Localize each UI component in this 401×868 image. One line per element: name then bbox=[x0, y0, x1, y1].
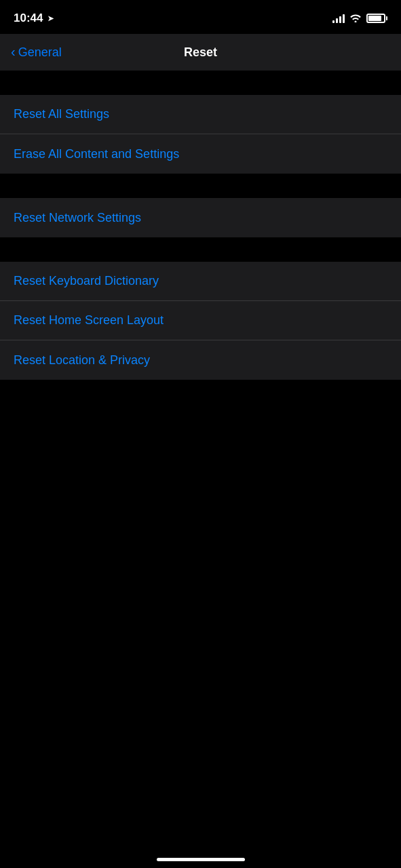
section-2: Reset Network Settings bbox=[0, 198, 401, 237]
signal-bar-2 bbox=[336, 18, 338, 23]
section-3: Reset Keyboard Dictionary Reset Home Scr… bbox=[0, 262, 401, 380]
location-icon: ➤ bbox=[47, 14, 54, 23]
section-gap-top bbox=[0, 71, 401, 95]
reset-network-item[interactable]: Reset Network Settings bbox=[0, 198, 401, 237]
status-icons bbox=[332, 13, 387, 24]
reset-location-privacy-item[interactable]: Reset Location & Privacy bbox=[0, 340, 401, 380]
home-indicator bbox=[157, 858, 245, 861]
reset-all-settings-item[interactable]: Reset All Settings bbox=[0, 95, 401, 134]
signal-bars bbox=[332, 14, 345, 23]
section-gap-2 bbox=[0, 174, 401, 198]
reset-home-screen-label: Reset Home Screen Layout bbox=[14, 313, 164, 328]
signal-bar-3 bbox=[339, 16, 341, 23]
back-chevron-icon: ‹ bbox=[11, 44, 16, 60]
reset-keyboard-item[interactable]: Reset Keyboard Dictionary bbox=[0, 262, 401, 301]
nav-bar: ‹ General Reset bbox=[0, 34, 401, 71]
time-display: 10:44 bbox=[14, 12, 43, 25]
status-time: 10:44 ➤ bbox=[14, 12, 54, 25]
section-1: Reset All Settings Erase All Content and… bbox=[0, 95, 401, 174]
wifi-icon bbox=[349, 13, 362, 24]
reset-all-settings-label: Reset All Settings bbox=[14, 107, 109, 121]
back-button[interactable]: ‹ General bbox=[11, 45, 62, 60]
page-title: Reset bbox=[184, 45, 217, 60]
signal-bar-1 bbox=[332, 20, 335, 23]
signal-bar-4 bbox=[343, 14, 345, 23]
status-bar: 10:44 ➤ bbox=[0, 0, 401, 34]
reset-home-screen-item[interactable]: Reset Home Screen Layout bbox=[0, 301, 401, 340]
back-label: General bbox=[18, 45, 62, 60]
battery-icon bbox=[366, 14, 387, 23]
reset-location-privacy-label: Reset Location & Privacy bbox=[14, 353, 150, 368]
section-gap-3 bbox=[0, 237, 401, 262]
erase-all-content-item[interactable]: Erase All Content and Settings bbox=[0, 134, 401, 174]
erase-all-content-label: Erase All Content and Settings bbox=[14, 147, 179, 161]
reset-network-label: Reset Network Settings bbox=[14, 211, 141, 225]
reset-keyboard-label: Reset Keyboard Dictionary bbox=[14, 274, 159, 288]
